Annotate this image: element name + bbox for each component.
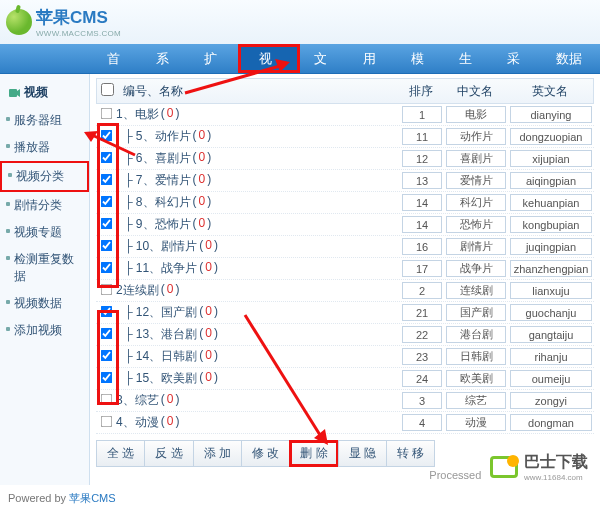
footer-link[interactable]: 苹果CMS [69,492,115,504]
row-name[interactable]: ├ 14、日韩剧(0) [116,348,400,365]
row-checkbox[interactable] [100,327,112,339]
row-checkbox[interactable] [100,349,112,361]
row-checkbox[interactable] [100,393,112,405]
nav-system[interactable]: 系统 [142,44,190,73]
row-name[interactable]: ├ 11、战争片(0) [116,260,400,277]
row-checkbox[interactable] [100,261,112,273]
row-cn-input[interactable] [446,216,506,233]
row-cn-input[interactable] [446,282,506,299]
row-checkbox[interactable] [100,217,112,229]
row-sort-input[interactable] [402,194,442,211]
row-sort-input[interactable] [402,392,442,409]
row-name[interactable]: ├ 13、港台剧(0) [116,326,400,343]
row-cn-input[interactable] [446,326,506,343]
sidebar-item-player[interactable]: 播放器 [0,134,89,161]
row-cn-input[interactable] [446,106,506,123]
sidebar-item-addvideo[interactable]: 添加视频 [0,317,89,344]
row-cn-input[interactable] [446,304,506,321]
row-checkbox[interactable] [100,107,112,119]
sidebar-item-plotcat[interactable]: 剧情分类 [0,192,89,219]
row-sort-input[interactable] [402,326,442,343]
row-name[interactable]: ├ 5、动作片(0) [116,128,400,145]
row-checkbox[interactable] [100,283,112,295]
btn-selectall[interactable]: 全 选 [96,440,145,467]
row-checkbox[interactable] [100,305,112,317]
row-en-input[interactable] [510,260,592,277]
row-en-input[interactable] [510,282,592,299]
row-sort-input[interactable] [402,304,442,321]
row-cn-input[interactable] [446,128,506,145]
row-en-input[interactable] [510,128,592,145]
row-name[interactable]: ├ 15、欧美剧(0) [116,370,400,387]
nav-collect[interactable]: 采集 [493,44,541,73]
row-en-input[interactable] [510,150,592,167]
row-name[interactable]: 3、综艺(0) [116,392,400,409]
row-name[interactable]: ├ 12、国产剧(0) [116,304,400,321]
row-cn-input[interactable] [446,238,506,255]
row-checkbox[interactable] [100,371,112,383]
row-name[interactable]: ├ 8、科幻片(0) [116,194,400,211]
row-checkbox[interactable] [100,195,112,207]
sidebar-item-videodata[interactable]: 视频数据 [0,290,89,317]
btn-delete[interactable]: 删 除 [289,440,338,467]
nav-database[interactable]: 数据库 [542,44,600,73]
row-sort-input[interactable] [402,414,442,431]
nav-template[interactable]: 模版 [397,44,445,73]
row-sort-input[interactable] [402,348,442,365]
row-en-input[interactable] [510,326,592,343]
row-name[interactable]: 2连续剧(0) [116,282,400,299]
nav-video[interactable]: 视频 [238,44,300,73]
row-checkbox[interactable] [100,415,112,427]
row-cn-input[interactable] [446,172,506,189]
row-checkbox[interactable] [100,239,112,251]
btn-edit[interactable]: 修 改 [241,440,290,467]
row-name[interactable]: ├ 7、爱情片(0) [116,172,400,189]
row-cn-input[interactable] [446,194,506,211]
row-en-input[interactable] [510,216,592,233]
nav-user[interactable]: 用户 [349,44,397,73]
btn-move[interactable]: 转 移 [386,440,435,467]
sidebar-item-dupcheck[interactable]: 检测重复数据 [0,246,89,290]
row-en-input[interactable] [510,238,592,255]
nav-home[interactable]: 首页 [93,44,141,73]
row-cn-input[interactable] [446,150,506,167]
btn-add[interactable]: 添 加 [193,440,242,467]
row-name[interactable]: ├ 9、恐怖片(0) [116,216,400,233]
nav-generate[interactable]: 生成 [445,44,493,73]
row-en-input[interactable] [510,106,592,123]
row-en-input[interactable] [510,172,592,189]
btn-hide[interactable]: 显 隐 [338,440,387,467]
sidebar-item-videocat[interactable]: 视频分类 [0,161,89,192]
row-cn-input[interactable] [446,370,506,387]
row-cn-input[interactable] [446,348,506,365]
row-checkbox[interactable] [100,173,112,185]
row-name[interactable]: 1、电影(0) [116,106,400,123]
btn-invert[interactable]: 反 选 [144,440,193,467]
nav-article[interactable]: 文章 [300,44,348,73]
row-cn-input[interactable] [446,392,506,409]
checkbox-all-header[interactable] [101,83,114,96]
row-sort-input[interactable] [402,128,442,145]
row-sort-input[interactable] [402,172,442,189]
row-name[interactable]: ├ 10、剧情片(0) [116,238,400,255]
row-en-input[interactable] [510,304,592,321]
row-name[interactable]: ├ 6、喜剧片(0) [116,150,400,167]
row-en-input[interactable] [510,348,592,365]
row-sort-input[interactable] [402,216,442,233]
row-en-input[interactable] [510,194,592,211]
row-sort-input[interactable] [402,106,442,123]
row-sort-input[interactable] [402,282,442,299]
row-sort-input[interactable] [402,260,442,277]
row-sort-input[interactable] [402,370,442,387]
row-sort-input[interactable] [402,150,442,167]
sidebar-item-servergroup[interactable]: 服务器组 [0,107,89,134]
row-name[interactable]: 4、动漫(0) [116,414,400,431]
row-checkbox[interactable] [100,151,112,163]
row-cn-input[interactable] [446,260,506,277]
row-en-input[interactable] [510,414,592,431]
row-checkbox[interactable] [100,129,112,141]
nav-extend[interactable]: 扩展 [190,44,238,73]
row-en-input[interactable] [510,370,592,387]
sidebar-item-topic[interactable]: 视频专题 [0,219,89,246]
row-sort-input[interactable] [402,238,442,255]
